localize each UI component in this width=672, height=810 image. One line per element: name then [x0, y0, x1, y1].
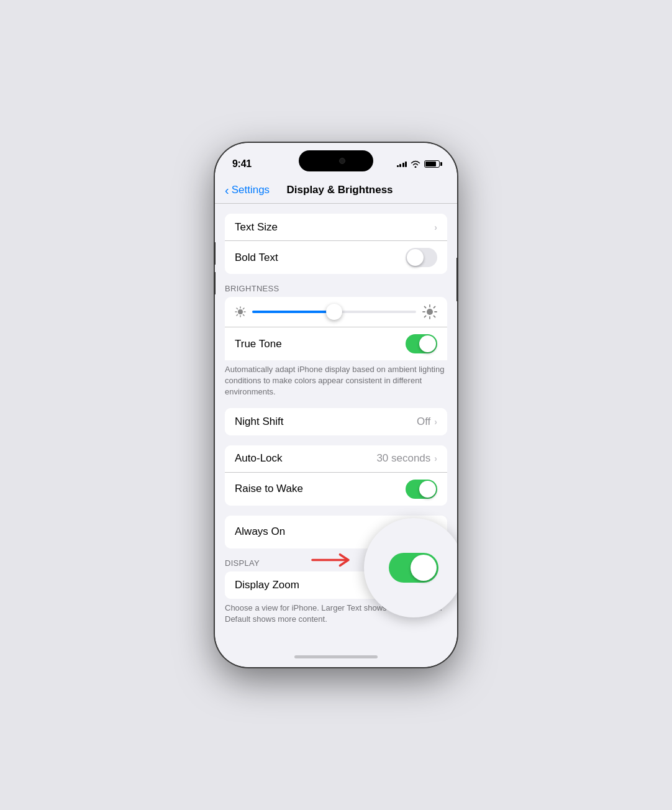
svg-line-16 — [434, 307, 435, 308]
true-tone-row[interactable]: True Tone — [225, 327, 447, 360]
svg-line-6 — [243, 315, 245, 316]
text-size-chevron-icon: › — [434, 222, 437, 232]
auto-lock-label: Auto-Lock — [235, 452, 283, 465]
wifi-icon — [411, 159, 420, 170]
bold-text-label: Bold Text — [235, 252, 278, 264]
brightness-group: True Tone — [225, 297, 447, 360]
signal-icon — [397, 162, 407, 167]
text-section: Text Size › Bold Text — [215, 214, 457, 274]
true-tone-toggle[interactable] — [406, 334, 437, 353]
brightness-slider-row — [225, 297, 447, 327]
night-shift-row[interactable]: Night Shift Off › — [225, 408, 447, 435]
page-title: Display & Brightness — [270, 184, 410, 196]
sun-large-icon — [422, 304, 437, 319]
raise-to-wake-label: Raise to Wake — [235, 483, 303, 495]
volume-down-button[interactable] — [215, 272, 216, 294]
svg-line-17 — [425, 316, 426, 317]
brightness-header: BRIGHTNESS — [215, 284, 457, 297]
volume-up-button[interactable] — [215, 242, 216, 265]
auto-lock-value: 30 seconds — [376, 452, 430, 465]
nav-bar: ‹ Settings Display & Brightness — [215, 176, 457, 204]
true-tone-label: True Tone — [235, 338, 282, 350]
svg-line-8 — [237, 315, 238, 316]
auto-lock-row[interactable]: Auto-Lock 30 seconds › — [225, 445, 447, 473]
lock-group: Auto-Lock 30 seconds › Raise to Wake — [225, 445, 447, 506]
bold-text-row[interactable]: Bold Text — [225, 241, 447, 274]
dynamic-island — [299, 150, 373, 171]
lock-button[interactable] — [456, 258, 457, 301]
raise-to-wake-row[interactable]: Raise to Wake — [225, 473, 447, 506]
always-on-toggle-magnified[interactable] — [389, 553, 438, 583]
night-shift-section: Night Shift Off › — [215, 408, 457, 435]
arrow-overlay — [309, 548, 365, 575]
home-indicator — [215, 646, 457, 667]
svg-point-0 — [238, 309, 243, 314]
svg-line-7 — [243, 308, 245, 309]
true-tone-footer: Automatically adapt iPhone display based… — [215, 360, 457, 398]
back-chevron-icon: ‹ — [225, 184, 229, 196]
display-zoom-label: Display Zoom — [235, 579, 299, 591]
svg-line-15 — [434, 316, 435, 317]
text-size-row[interactable]: Text Size › — [225, 214, 447, 241]
night-shift-label: Night Shift — [235, 416, 283, 428]
text-settings-group: Text Size › Bold Text — [225, 214, 447, 274]
always-on-label: Always On — [235, 526, 285, 538]
back-button[interactable]: ‹ Settings — [225, 184, 270, 196]
svg-line-5 — [237, 308, 238, 309]
status-time: 9:41 — [232, 158, 252, 170]
night-shift-value: Off — [417, 416, 430, 428]
battery-icon — [424, 160, 440, 168]
status-icons — [397, 159, 440, 170]
svg-point-9 — [427, 309, 433, 315]
raise-to-wake-toggle[interactable] — [406, 480, 437, 499]
magnify-overlay — [364, 518, 457, 617]
red-arrow-icon — [309, 548, 365, 573]
lock-section: Auto-Lock 30 seconds › Raise to Wake — [215, 445, 457, 506]
sun-small-icon — [235, 306, 246, 317]
night-shift-group: Night Shift Off › — [225, 408, 447, 435]
bold-text-toggle[interactable] — [406, 248, 437, 267]
auto-lock-chevron-icon: › — [434, 453, 437, 463]
back-label: Settings — [232, 184, 270, 196]
brightness-section: BRIGHTNESS — [215, 284, 457, 398]
phone-frame: 9:41 — [215, 143, 457, 667]
night-shift-chevron-icon: › — [434, 417, 437, 427]
brightness-slider[interactable] — [252, 311, 416, 313]
text-size-label: Text Size — [235, 221, 278, 234]
svg-line-14 — [425, 307, 426, 308]
camera-dot — [339, 158, 345, 164]
